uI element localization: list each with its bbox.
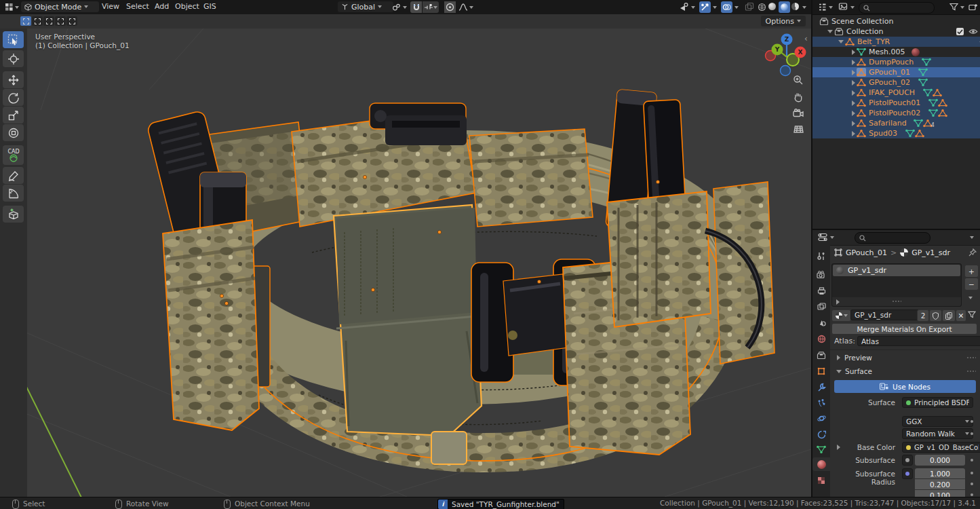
radius-slider-y[interactable]: 0.200 bbox=[915, 479, 965, 489]
tab-render[interactable] bbox=[812, 268, 830, 282]
show-types-chevron[interactable] bbox=[691, 6, 695, 9]
grip-handle[interactable] bbox=[966, 370, 976, 373]
select-mode-subtract[interactable] bbox=[43, 16, 54, 26]
sidebar-collapse-arrow[interactable]: ‹ bbox=[804, 34, 808, 43]
tool-add-cube[interactable] bbox=[3, 206, 24, 223]
outliner-editor-type-icon[interactable] bbox=[818, 3, 827, 12]
slot-specials-chevron[interactable] bbox=[968, 297, 973, 299]
decorator-dot[interactable] bbox=[971, 420, 973, 423]
outliner-row-pistolpouch01[interactable]: PistolPouch01 bbox=[812, 98, 980, 108]
expander-icon[interactable] bbox=[852, 90, 855, 96]
outliner-row-spud03[interactable]: Spud03 bbox=[812, 128, 980, 138]
mode-selector[interactable]: Object Mode bbox=[21, 1, 99, 12]
menu-gis[interactable]: GIS bbox=[203, 2, 216, 11]
xray-toggle[interactable] bbox=[745, 2, 754, 12]
material-slot-item[interactable]: GP_v1_sdr bbox=[833, 265, 960, 276]
slot-filter-expander[interactable] bbox=[836, 299, 840, 305]
object-pistol-pouches[interactable] bbox=[606, 90, 711, 327]
editor-type-chevron[interactable] bbox=[15, 6, 19, 9]
expander-icon[interactable] bbox=[827, 30, 833, 33]
overlays-chevron[interactable] bbox=[734, 6, 739, 9]
radius-socket[interactable] bbox=[902, 468, 913, 479]
select-mode-set[interactable] bbox=[20, 16, 31, 26]
breadcrumb-material[interactable]: GP_v1_sdr bbox=[912, 248, 950, 257]
belt-model[interactable] bbox=[146, 90, 775, 464]
tab-tool[interactable] bbox=[812, 249, 830, 263]
material-filter-icon[interactable] bbox=[968, 311, 976, 318]
eye-icon[interactable] bbox=[968, 27, 978, 36]
outliner-row-belt-tyr[interactable]: Belt_TYR bbox=[812, 37, 980, 47]
pivot-chevron[interactable] bbox=[403, 6, 407, 9]
gizmos-toggle[interactable] bbox=[699, 1, 711, 13]
decorator-dot[interactable] bbox=[971, 459, 973, 461]
outliner-row-collection[interactable]: Collection bbox=[812, 26, 980, 37]
shading-rendered-icon[interactable] bbox=[791, 3, 799, 10]
saved-report[interactable]: i Saved "TYR_Gunfighter.blend" bbox=[437, 499, 564, 509]
object-ifak-pouch[interactable] bbox=[469, 129, 593, 227]
snap-target-dropdown[interactable] bbox=[423, 1, 439, 13]
filter-icon[interactable] bbox=[949, 3, 958, 11]
outliner-row-pistolpouch02[interactable]: PistolPouch02 bbox=[812, 108, 980, 118]
tool-measure[interactable] bbox=[3, 185, 24, 202]
options-dropdown[interactable]: Options bbox=[761, 16, 806, 26]
shading-solid-icon[interactable] bbox=[768, 3, 776, 10]
snap-toggle[interactable] bbox=[410, 1, 422, 13]
expander-icon[interactable] bbox=[852, 131, 855, 136]
tab-object[interactable] bbox=[812, 364, 830, 378]
expander-icon[interactable] bbox=[852, 60, 855, 65]
navigation-gizmo[interactable]: Z Y X bbox=[766, 34, 806, 76]
tab-world[interactable] bbox=[812, 332, 830, 345]
outliner-row-gpouch-02[interactable]: GPouch_02 bbox=[812, 77, 980, 88]
expander-icon[interactable] bbox=[852, 100, 855, 106]
tab-physics[interactable] bbox=[812, 411, 830, 425]
tab-scene[interactable] bbox=[812, 316, 830, 329]
add-slot-button[interactable]: + bbox=[964, 265, 979, 278]
tool-annotate[interactable] bbox=[3, 167, 24, 184]
subsurface-socket[interactable] bbox=[902, 455, 913, 466]
select-mode-intersect[interactable] bbox=[66, 16, 77, 26]
tool-cursor[interactable] bbox=[3, 50, 24, 67]
decorator-dot[interactable] bbox=[971, 493, 973, 496]
outliner-row-safariland[interactable]: Safariland 4 bbox=[812, 118, 980, 128]
tab-particles[interactable] bbox=[812, 396, 830, 409]
expander-icon[interactable] bbox=[852, 50, 855, 55]
display-mode-chevron[interactable] bbox=[850, 6, 855, 9]
expander-icon[interactable] bbox=[838, 40, 844, 43]
object-gpouch-01-active[interactable] bbox=[334, 205, 482, 464]
viewport-3d-scene[interactable]: Z Y X bbox=[27, 29, 811, 497]
filter-chevron[interactable] bbox=[960, 6, 964, 9]
tool-scale[interactable] bbox=[3, 107, 24, 124]
editor-type-icon[interactable] bbox=[5, 3, 14, 12]
checkbox-icon[interactable] bbox=[956, 28, 964, 35]
tab-modifiers[interactable] bbox=[812, 380, 830, 394]
copy-material-button[interactable] bbox=[942, 309, 956, 322]
pivot-point-icon[interactable] bbox=[392, 3, 401, 12]
menu-view[interactable]: View bbox=[102, 2, 119, 11]
expander-icon[interactable] bbox=[852, 80, 855, 86]
browse-material-button[interactable] bbox=[831, 309, 851, 322]
radius-slider-x[interactable]: 1.000 bbox=[915, 468, 965, 478]
new-collection-icon[interactable] bbox=[968, 3, 978, 12]
decorator-dot[interactable] bbox=[971, 472, 973, 474]
outliner-type-chevron[interactable] bbox=[829, 6, 833, 9]
menu-add[interactable]: Add bbox=[155, 2, 169, 11]
atlas-field[interactable]: Atlas bbox=[857, 336, 980, 346]
outliner-row-ifak-pouch[interactable]: IFAK_POUCH bbox=[812, 88, 980, 98]
select-mode-invert[interactable] bbox=[55, 16, 66, 26]
tab-object-data[interactable] bbox=[812, 442, 830, 456]
properties-search-input[interactable] bbox=[855, 232, 930, 244]
tool-rotate[interactable] bbox=[3, 89, 24, 106]
surface-shader-field[interactable]: Principled BSDF bbox=[902, 397, 973, 408]
proportional-falloff-icon[interactable] bbox=[458, 3, 468, 11]
panel-preview[interactable]: Preview bbox=[830, 352, 980, 363]
transform-orientation-dropdown[interactable]: Global bbox=[338, 1, 393, 12]
outliner-search-input[interactable] bbox=[859, 2, 935, 14]
tab-view-layer[interactable] bbox=[812, 300, 830, 314]
pin-icon[interactable] bbox=[968, 248, 977, 257]
tab-output[interactable] bbox=[812, 284, 830, 298]
breadcrumb-object[interactable]: GPouch_01 bbox=[846, 248, 887, 257]
decorator-dot[interactable] bbox=[971, 432, 973, 435]
tool-cad-sketcher[interactable]: CAD bbox=[3, 145, 24, 165]
expander-icon[interactable] bbox=[852, 70, 855, 75]
outliner-row-scene-collection[interactable]: Scene Collection bbox=[812, 16, 980, 26]
